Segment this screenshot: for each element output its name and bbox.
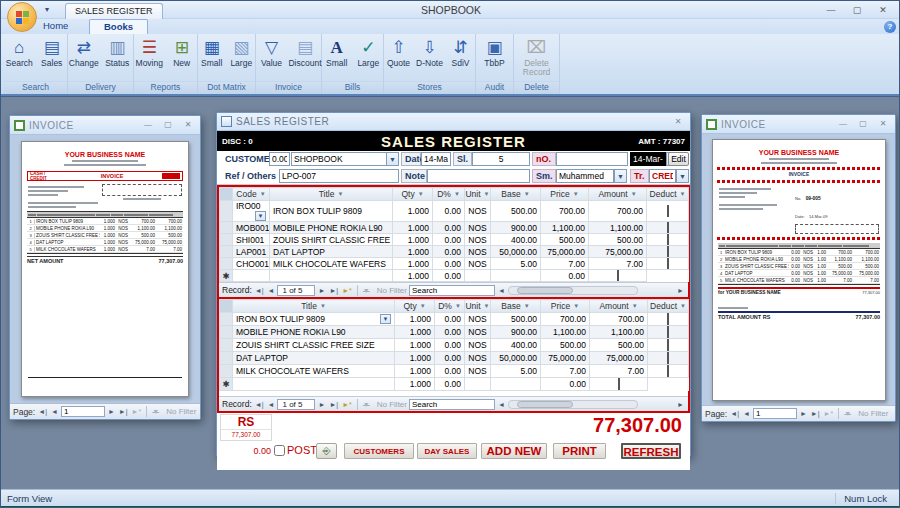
cell-price[interactable]: 700.00 bbox=[541, 313, 590, 326]
close-icon[interactable]: ✕ bbox=[670, 116, 686, 128]
cell-base[interactable]: 500.00 bbox=[491, 313, 541, 326]
row-selector[interactable] bbox=[220, 234, 233, 246]
deduct-checkbox[interactable] bbox=[667, 352, 669, 364]
no-filter-label[interactable]: No Filter bbox=[166, 407, 196, 416]
minimize-icon[interactable]: — bbox=[835, 118, 851, 130]
refresh-button[interactable]: REFRESH bbox=[621, 443, 681, 459]
minimize-icon[interactable]: — bbox=[140, 119, 156, 131]
cell-discount[interactable]: 0.00 bbox=[433, 270, 465, 282]
salesman-field[interactable] bbox=[556, 169, 614, 183]
cell-base[interactable]: 400.00 bbox=[491, 234, 541, 246]
row-selector[interactable] bbox=[220, 313, 233, 326]
cell-discount[interactable]: 0.00 bbox=[433, 246, 465, 258]
small-button[interactable]: ▦Small bbox=[198, 37, 226, 68]
column-header-price[interactable]: Price▼ bbox=[541, 188, 589, 201]
cell-discount[interactable]: 0.00 bbox=[435, 313, 465, 326]
table-row[interactable]: MILK CHOCOLATE WAFERS1.0000.00NOS5.007.0… bbox=[220, 365, 689, 378]
cell-unit[interactable]: NOS bbox=[465, 326, 491, 339]
column-header-title[interactable]: Title▼ bbox=[270, 188, 393, 201]
cell-base[interactable]: 5.00 bbox=[491, 365, 541, 378]
new-record-row[interactable]: ✱1.0000.000.00 bbox=[220, 378, 689, 391]
large-button[interactable]: ▧Large bbox=[228, 37, 256, 68]
cell-title[interactable] bbox=[270, 270, 393, 282]
scroll-left-icon[interactable]: ◄ bbox=[497, 401, 506, 408]
column-header-amount[interactable]: Amount▼ bbox=[589, 188, 647, 201]
cell-dropdown-icon[interactable]: ▼ bbox=[380, 314, 391, 324]
cell-title[interactable]: DAT LAPTOP bbox=[270, 246, 393, 258]
cell-title[interactable]: ZOUIS SHIRT CLASSIC FREE SIZE bbox=[233, 339, 395, 352]
cell-deduct[interactable] bbox=[590, 378, 648, 391]
cell-code[interactable]: CHO001 bbox=[233, 258, 270, 270]
cell-code[interactable]: SHI001 bbox=[233, 234, 270, 246]
cell-title[interactable] bbox=[233, 378, 395, 391]
cell-deduct[interactable] bbox=[647, 246, 689, 258]
dropdown-arrow-icon[interactable]: ▼ bbox=[455, 303, 461, 309]
no-filter-label[interactable]: No Filter bbox=[377, 400, 407, 409]
cell-code[interactable]: MOB001 bbox=[233, 222, 270, 234]
cell-unit[interactable]: NOS bbox=[465, 313, 491, 326]
cell-amount[interactable]: 7.00 bbox=[589, 258, 647, 270]
cell-price[interactable]: 1,100.00 bbox=[541, 326, 590, 339]
deduct-checkbox[interactable] bbox=[667, 205, 669, 217]
day-sales-button[interactable]: DAY SALES bbox=[417, 443, 477, 459]
page-number-input[interactable] bbox=[61, 406, 105, 417]
cell-qty[interactable]: 1.000 bbox=[395, 326, 435, 339]
status-button[interactable]: ▥Status bbox=[102, 37, 134, 68]
cell-title[interactable]: MILK CHOCOLATE WAFERS bbox=[270, 258, 393, 270]
cell-base[interactable]: 500.00 bbox=[491, 201, 541, 222]
row-selector[interactable] bbox=[220, 258, 233, 270]
cell-deduct[interactable] bbox=[647, 258, 689, 270]
cell-base[interactable]: 50,000.00 bbox=[491, 352, 541, 365]
cell-qty[interactable]: 1.000 bbox=[395, 352, 435, 365]
cell-qty[interactable]: 1.000 bbox=[393, 270, 433, 282]
deduct-checkbox[interactable] bbox=[618, 378, 620, 390]
cell-price[interactable]: 75,000.00 bbox=[541, 246, 589, 258]
cell-deduct[interactable] bbox=[648, 352, 689, 365]
tab-books[interactable]: Books bbox=[89, 19, 148, 34]
cell-code[interactable]: LAP001 bbox=[233, 246, 270, 258]
first-page-icon[interactable]: ◄| bbox=[37, 408, 48, 415]
last-record-icon[interactable]: ►| bbox=[328, 287, 339, 294]
cell-unit[interactable]: NOS bbox=[465, 365, 491, 378]
cell-title[interactable]: IRON BOX TULIP 9809▼ bbox=[233, 313, 395, 326]
cell-price[interactable]: 700.00 bbox=[541, 201, 589, 222]
salesman-dropdown-icon[interactable]: ▼ bbox=[614, 169, 627, 183]
prev-record-icon[interactable]: ◄ bbox=[267, 287, 276, 294]
table-row[interactable]: DAT LAPTOP1.0000.00NOS50,000.0075,000.00… bbox=[220, 352, 689, 365]
search-input[interactable] bbox=[409, 399, 495, 410]
column-header-d[interactable]: D%▼ bbox=[433, 188, 465, 201]
column-header-code[interactable]: Code▼ bbox=[233, 188, 270, 201]
scroll-right-icon[interactable]: ► bbox=[676, 401, 685, 408]
row-selector-header[interactable] bbox=[220, 188, 233, 201]
cell-qty[interactable]: 1.000 bbox=[395, 339, 435, 352]
cell-qty[interactable]: 1.000 bbox=[395, 365, 435, 378]
new-record-row[interactable]: ✱1.0000.000.00 bbox=[220, 270, 689, 282]
cell-base[interactable]: 50,000.00 bbox=[491, 246, 541, 258]
search-input[interactable] bbox=[409, 285, 495, 296]
cell-deduct[interactable] bbox=[647, 222, 689, 234]
cell-price[interactable]: 500.00 bbox=[541, 234, 589, 246]
deduct-checkbox[interactable] bbox=[667, 246, 669, 258]
cell-deduct[interactable] bbox=[648, 339, 689, 352]
add-new-button[interactable]: ADD NEW bbox=[481, 443, 547, 459]
deduct-checkbox[interactable] bbox=[667, 326, 669, 338]
dropdown-arrow-icon[interactable]: ▼ bbox=[680, 191, 686, 197]
cell-base[interactable] bbox=[491, 378, 541, 391]
table-row[interactable]: CHO001MILK CHOCOLATE WAFERS1.0000.00NOS5… bbox=[220, 258, 689, 270]
cell-qty[interactable]: 1.000 bbox=[393, 222, 433, 234]
quote-button[interactable]: ⇧Quote bbox=[384, 37, 413, 68]
cell-code[interactable] bbox=[233, 270, 270, 282]
cell-unit[interactable]: NOS bbox=[465, 234, 491, 246]
cell-qty[interactable]: 1.000 bbox=[395, 313, 435, 326]
cell-code[interactable]: IRO00▼ bbox=[233, 201, 270, 222]
maximize-button[interactable]: ▢ bbox=[845, 4, 869, 17]
last-page-icon[interactable]: ►| bbox=[118, 408, 129, 415]
column-header-unit[interactable]: Unit▼ bbox=[465, 188, 491, 201]
row-selector-header[interactable] bbox=[220, 300, 233, 313]
cell-amount[interactable]: 1,100.00 bbox=[589, 222, 647, 234]
dropdown-arrow-icon[interactable]: ▼ bbox=[484, 303, 490, 309]
moving-button[interactable]: ☰Moving bbox=[134, 37, 165, 68]
column-header-amount[interactable]: Amount▼ bbox=[590, 300, 648, 313]
customer-name-field[interactable] bbox=[291, 152, 387, 166]
dropdown-arrow-icon[interactable]: ▼ bbox=[260, 191, 266, 197]
